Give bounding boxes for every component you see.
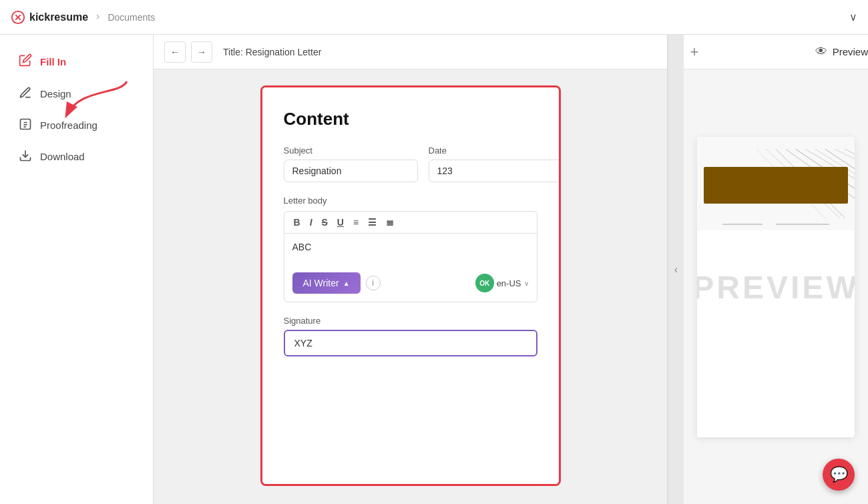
ai-writer-button[interactable]: AI Writer ▲: [292, 272, 361, 294]
sidebar-design-label: Design: [40, 88, 71, 99]
align-left-button[interactable]: ≡: [351, 216, 361, 229]
date-input[interactable]: [429, 160, 561, 182]
logo-text: kickresume: [29, 11, 88, 23]
bold-button[interactable]: B: [291, 216, 303, 229]
richtext-toolbar: B I S U ≡ ☰ ≣: [284, 211, 537, 233]
body-text: ABC: [292, 242, 529, 252]
sidebar-item-proofreading[interactable]: Proofreading: [5, 111, 148, 140]
add-section-button[interactable]: +: [684, 41, 705, 63]
design-icon: [19, 86, 32, 101]
top-bar: kickresume ‹ Documents ∨: [0, 0, 868, 35]
preview-content: PREVIEW: [684, 69, 868, 504]
preview-panel: + 👁 Preview: [684, 35, 868, 504]
unordered-list-button[interactable]: ☰: [365, 216, 379, 229]
signature-input[interactable]: [284, 330, 537, 356]
info-button[interactable]: i: [366, 276, 381, 290]
main-layout: Fill In Design Proofreading: [0, 35, 868, 504]
letter-body-label: Letter body: [284, 196, 537, 206]
logo[interactable]: kickresume: [11, 10, 88, 25]
strikethrough-button[interactable]: S: [319, 216, 331, 229]
preview-line-2: [776, 224, 829, 225]
edit-icon: [19, 53, 32, 70]
ok-text: OK: [479, 280, 489, 287]
preview-watermark: PREVIEW: [697, 268, 855, 305]
preview-banner: [704, 167, 848, 204]
date-group: Date: [429, 146, 561, 182]
collapse-handle[interactable]: ‹: [668, 35, 684, 504]
subject-group: Subject: [284, 146, 418, 182]
signature-section: Signature: [284, 316, 537, 356]
logo-icon: [11, 10, 25, 25]
chat-bubble[interactable]: 💬: [823, 459, 855, 491]
download-icon: [19, 149, 32, 164]
subject-label: Subject: [284, 146, 418, 156]
ai-writer-label: AI Writer: [303, 278, 339, 288]
signature-label: Signature: [284, 316, 537, 326]
redo-button[interactable]: →: [191, 41, 212, 63]
sidebar-item-design[interactable]: Design: [5, 79, 148, 108]
sidebar-fill-in-label: Fill In: [40, 56, 66, 67]
breadcrumb-documents[interactable]: Documents: [107, 12, 155, 23]
undo-button[interactable]: ←: [164, 41, 186, 63]
preview-line-1: [722, 224, 763, 225]
subject-date-row: Subject Date: [284, 146, 537, 182]
italic-button[interactable]: I: [307, 216, 315, 229]
underline-button[interactable]: U: [335, 216, 347, 229]
sidebar: Fill In Design Proofreading: [0, 35, 154, 504]
language-selector[interactable]: OK en-US ∨: [475, 274, 529, 292]
preview-text-overlay: [697, 218, 855, 230]
subject-input[interactable]: [284, 160, 418, 182]
svg-line-8: [845, 149, 855, 154]
editor-content: Content Subject Date Letter body: [154, 69, 667, 504]
sidebar-item-download[interactable]: Download: [5, 142, 148, 171]
language-text: en-US: [497, 278, 521, 288]
collapse-icon: ‹: [674, 264, 678, 276]
preview-header-art: [697, 137, 855, 230]
ok-badge: OK: [475, 274, 494, 292]
editor-toolbar: ← → Title: Resignation Letter: [154, 35, 667, 69]
document-title: Title: Resignation Letter: [223, 47, 321, 57]
top-bar-left: kickresume ‹ Documents: [11, 10, 155, 25]
date-label: Date: [429, 146, 561, 156]
sidebar-download-label: Download: [40, 151, 85, 162]
proofreading-icon: [19, 117, 32, 133]
dropdown-chevron-icon[interactable]: ∨: [849, 11, 857, 23]
preview-eye-icon: 👁: [815, 45, 827, 59]
svg-line-6: [825, 149, 855, 169]
ai-writer-chevron-icon: ▲: [343, 280, 350, 287]
info-icon: i: [372, 278, 374, 288]
sidebar-item-fill-in[interactable]: Fill In: [5, 47, 148, 77]
sidebar-proofreading-label: Proofreading: [40, 119, 97, 131]
richtext-body[interactable]: ABC AI Writer ▲ i OK: [284, 233, 537, 302]
preview-label: Preview: [833, 46, 868, 57]
chat-icon: 💬: [830, 466, 848, 483]
top-bar-right: ∨: [849, 11, 857, 23]
richtext-footer: AI Writer ▲ i OK en-US ∨: [292, 272, 529, 294]
preview-card: PREVIEW: [697, 137, 855, 437]
ordered-list-button[interactable]: ≣: [383, 216, 397, 229]
editor-panel: ← → Title: Resignation Letter Content Su…: [154, 35, 668, 504]
preview-lines: [722, 224, 829, 225]
breadcrumb-separator: ‹: [96, 11, 99, 23]
form-card: Content Subject Date Letter body: [260, 85, 561, 486]
form-card-title: Content: [284, 109, 537, 130]
preview-toolbar: + 👁 Preview: [684, 35, 868, 69]
language-chevron-icon: ∨: [524, 280, 529, 287]
letter-body-section: Letter body B I S U ≡ ☰ ≣ ABC: [284, 196, 537, 302]
